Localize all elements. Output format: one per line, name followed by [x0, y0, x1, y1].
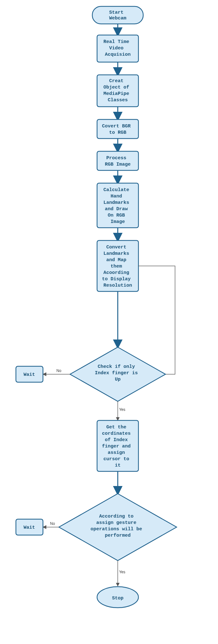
start-label: Start Webcam: [109, 10, 126, 21]
yes-label2: Yes: [119, 570, 125, 574]
loop-line: [138, 266, 175, 374]
process-node: [97, 151, 138, 170]
wait1-label: Wait: [24, 372, 35, 377]
no-label: No: [56, 369, 61, 373]
flowchart-canvas: Start Webcam Real Time Video Acquision C…: [3, 3, 215, 640]
bgr-node: [97, 119, 138, 139]
wait2-label: Wait: [24, 525, 35, 530]
no-label2: No: [50, 521, 55, 526]
get-label: Get the cordinates of Index finger and a…: [102, 425, 133, 468]
yes-label: Yes: [119, 407, 125, 412]
stop-label: Stop: [112, 596, 123, 601]
